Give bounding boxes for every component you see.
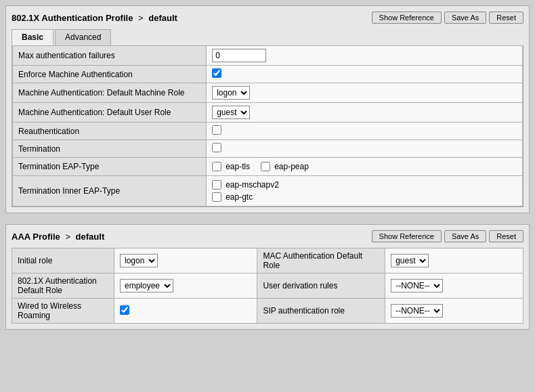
initial-role-select[interactable]: logon — [120, 254, 158, 267]
aaa-btn-group: Show Reference Save As Reset — [372, 230, 523, 242]
aaa-title: AAA Profile > default — [12, 232, 104, 242]
field-value-user-role: guest — [207, 103, 523, 123]
table-row: Initial role logon MAC Authentication De… — [12, 248, 523, 274]
aaa-value-user-derivation: --NONE-- — [385, 274, 523, 299]
table-row: Max authentication failures — [13, 46, 523, 66]
field-label-termination: Termination — [13, 140, 207, 158]
aaa-label-dot1x-role: 802.1X Authentication Default Role — [12, 274, 114, 299]
aaa-label-user-derivation: User derivation rules — [257, 274, 385, 299]
aaa-label-sip-role: SIP authentication role — [257, 299, 385, 324]
field-value-max-auth — [207, 46, 523, 66]
field-label-user-role: Machine Authentication: Default User Rol… — [13, 103, 207, 123]
field-label-enforce-machine: Enforce Machine Authentication — [13, 66, 207, 83]
field-label-eap-type: Termination EAP-Type — [13, 158, 207, 176]
dot1x-btn-group: Show Reference Save As Reset — [372, 12, 523, 24]
eap-peap-checkbox[interactable] — [261, 162, 270, 171]
aaa-value-dot1x-role: employee — [114, 274, 257, 299]
table-row: 802.1X Authentication Default Role emplo… — [12, 274, 523, 299]
aaa-value-mac-auth-role: guest — [385, 248, 523, 274]
aaa-subtitle: default — [76, 232, 105, 242]
table-row: Machine Authentication: Default User Rol… — [13, 103, 523, 123]
aaa-header: AAA Profile > default Show Reference Sav… — [12, 230, 523, 242]
dot1x-save-as-button[interactable]: Save As — [444, 12, 486, 24]
table-row: Termination EAP-Type eap-tls eap-peap — [13, 158, 523, 176]
field-value-inner-eap-type: eap-mschapv2 eap-gtc — [207, 176, 523, 206]
max-auth-failures-input[interactable] — [212, 49, 266, 62]
table-row: Wired to Wireless Roaming SIP authentica… — [12, 299, 523, 324]
field-value-termination — [207, 140, 523, 158]
dot1x-show-reference-button[interactable]: Show Reference — [372, 12, 442, 24]
aaa-show-reference-button[interactable]: Show Reference — [372, 230, 442, 242]
table-row: Termination — [13, 140, 523, 158]
dot1x-subtitle: default — [148, 13, 177, 23]
dot1x-role-select[interactable]: employee — [120, 279, 173, 292]
dot1x-form-table: Max authentication failures Enforce Mach… — [12, 45, 523, 206]
user-derivation-select[interactable]: --NONE-- — [391, 279, 443, 292]
tab-basic[interactable]: Basic — [12, 29, 53, 45]
dot1x-section: 802.1X Authentication Profile > default … — [5, 5, 530, 213]
field-label-reauth: Reauthentication — [13, 123, 207, 140]
eap-mschapv2-label: eap-mschapv2 — [226, 180, 279, 190]
eap-tls-checkbox[interactable] — [212, 162, 221, 171]
field-value-eap-type: eap-tls eap-peap — [207, 158, 523, 176]
machine-role-select[interactable]: logon — [212, 86, 250, 100]
aaa-value-wired-wireless — [114, 299, 257, 324]
aaa-title-text: AAA Profile — [12, 232, 60, 242]
tab-advanced[interactable]: Advanced — [55, 29, 111, 45]
dot1x-header: 802.1X Authentication Profile > default … — [12, 12, 523, 24]
dot1x-reset-button[interactable]: Reset — [489, 12, 523, 24]
eap-mschapv2-checkbox[interactable] — [212, 180, 221, 190]
dot1x-arrow: > — [138, 13, 146, 23]
aaa-value-initial-role: logon — [114, 248, 257, 274]
aaa-save-as-button[interactable]: Save As — [444, 230, 486, 242]
wired-wireless-checkbox[interactable] — [120, 305, 129, 315]
dot1x-title-text: 802.1X Authentication Profile — [12, 13, 133, 23]
dot1x-title: 802.1X Authentication Profile > default — [12, 13, 177, 23]
aaa-label-wired-wireless: Wired to Wireless Roaming — [12, 299, 114, 324]
user-role-select[interactable]: guest — [212, 106, 250, 119]
eap-mschapv2-row: eap-mschapv2 — [212, 179, 517, 191]
field-label-machine-role: Machine Authentication: Default Machine … — [13, 83, 207, 103]
field-value-machine-role: logon — [207, 83, 523, 103]
eap-gtc-row: eap-gtc — [212, 191, 517, 203]
aaa-value-sip-role: --NONE-- — [385, 299, 523, 324]
eap-tls-label: eap-tls — [226, 162, 250, 171]
eap-peap-label: eap-peap — [274, 162, 309, 171]
aaa-section: AAA Profile > default Show Reference Sav… — [5, 224, 530, 330]
eap-gtc-label: eap-gtc — [226, 192, 253, 202]
field-label-inner-eap-type: Termination Inner EAP-Type — [13, 176, 207, 206]
termination-checkbox[interactable] — [212, 143, 221, 152]
table-row: Enforce Machine Authentication — [13, 66, 523, 83]
dot1x-tabs: Basic Advanced — [12, 29, 523, 45]
table-row: Termination Inner EAP-Type eap-mschapv2 … — [13, 176, 523, 206]
field-label-max-auth: Max authentication failures — [13, 46, 207, 66]
eap-peap-row: eap-peap — [261, 160, 309, 173]
aaa-form-table: Initial role logon MAC Authentication De… — [12, 248, 523, 324]
enforce-machine-checkbox[interactable] — [212, 68, 221, 78]
field-value-reauth — [207, 123, 523, 140]
table-row: Machine Authentication: Default Machine … — [13, 83, 523, 103]
sip-role-select[interactable]: --NONE-- — [391, 304, 443, 318]
table-row: Reauthentication — [13, 123, 523, 140]
eap-gtc-checkbox[interactable] — [212, 192, 221, 202]
aaa-label-initial-role: Initial role — [12, 248, 114, 274]
aaa-reset-button[interactable]: Reset — [489, 230, 523, 242]
dot1x-tab-content: Max authentication failures Enforce Mach… — [12, 45, 523, 207]
mac-auth-role-select[interactable]: guest — [391, 254, 429, 267]
reauth-checkbox[interactable] — [212, 125, 221, 135]
aaa-label-mac-auth-role: MAC Authentication Default Role — [257, 248, 385, 274]
field-value-enforce-machine — [207, 66, 523, 83]
eap-tls-row: eap-tls — [212, 160, 250, 173]
aaa-arrow: > — [65, 232, 72, 242]
